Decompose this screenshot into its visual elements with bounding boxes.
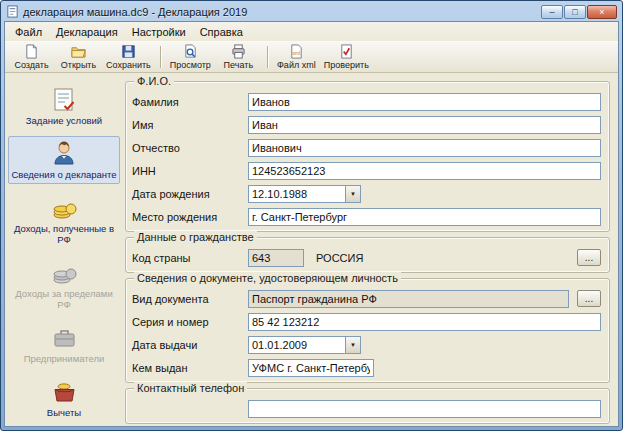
sidebar-item-income-abroad: Доходы за пределами РФ xyxy=(8,255,120,314)
field-label: Имя xyxy=(132,119,248,131)
create-button[interactable]: Создать xyxy=(8,43,55,71)
app-icon xyxy=(6,5,19,18)
form-row: Вид документа ... xyxy=(132,287,603,310)
issue-date-input[interactable] xyxy=(248,336,345,354)
field-label: Серия и номер xyxy=(132,316,248,328)
field-label: Код страны xyxy=(132,252,248,264)
menu-settings[interactable]: Настройки xyxy=(125,24,193,40)
form-area: Ф.И.О. Фамилия Имя Отчество ИНН xyxy=(123,73,618,426)
toolbar-button-label: Открыть xyxy=(61,60,96,70)
close-button[interactable]: × xyxy=(587,5,617,19)
form-row xyxy=(132,397,603,420)
country-browse-button[interactable]: ... xyxy=(577,249,601,266)
firstname-input[interactable] xyxy=(248,116,601,134)
field-label: Фамилия xyxy=(132,96,248,108)
country-code-input xyxy=(248,249,304,267)
form-row: Код страны РОССИЯ ... xyxy=(132,246,603,269)
phone-group: Контактный телефон xyxy=(125,388,610,424)
save-button[interactable]: Сохранить xyxy=(102,43,155,71)
issue-date-combo: ▼ xyxy=(248,336,361,354)
toolbar-button-label: Файл xml xyxy=(277,60,316,70)
field-label: Дата выдачи xyxy=(132,339,248,351)
title-bar[interactable]: декларация машина.dc9 - Декларация 2019 … xyxy=(4,3,619,21)
open-folder-icon xyxy=(71,44,86,59)
surname-input[interactable] xyxy=(248,93,601,111)
birth-place-input[interactable] xyxy=(248,208,601,226)
document-type-input xyxy=(248,290,569,308)
sidebar-item-label: Доходы, полученные в РФ xyxy=(10,223,118,245)
print-button[interactable]: Печать xyxy=(215,43,262,71)
xml-file-icon: xml xyxy=(289,44,304,59)
group-title: Сведения о документе, удостоверяющем лич… xyxy=(134,272,401,284)
app-window: декларация машина.dc9 - Декларация 2019 … xyxy=(0,0,623,431)
toolbar: Создать Открыть Сохранить Просмотр xyxy=(5,41,618,73)
incomes-abroad-icon xyxy=(51,259,78,286)
sidebar-item-deductions[interactable]: Вычеты xyxy=(8,374,120,422)
toolbar-button-label: Проверить xyxy=(324,60,369,70)
window-controls: – □ × xyxy=(541,5,617,19)
preview-icon xyxy=(183,44,198,59)
window-body: Файл Декларация Настройки Справка Создат… xyxy=(4,21,619,427)
declarant-icon xyxy=(51,140,78,167)
field-label: ИНН xyxy=(132,165,248,177)
field-label: Место рождения xyxy=(132,211,248,223)
citizenship-group: Данные о гражданстве Код страны РОССИЯ .… xyxy=(125,237,610,273)
xml-file-button[interactable]: xml Файл xml xyxy=(273,43,320,71)
birth-date-combo: ▼ xyxy=(248,185,361,203)
menu-file[interactable]: Файл xyxy=(8,24,49,40)
toolbar-separator xyxy=(267,46,268,68)
birth-date-input[interactable] xyxy=(248,185,345,203)
field-label: Кем выдан xyxy=(132,362,248,374)
check-button[interactable]: Проверить xyxy=(320,43,373,71)
toolbar-separator xyxy=(160,46,161,68)
sidebar-item-label: Предприниматели xyxy=(24,353,105,364)
form-row: Отчество xyxy=(132,136,603,159)
svg-text:xml: xml xyxy=(292,50,300,56)
menu-declaration[interactable]: Декларация xyxy=(49,24,125,40)
incomes-rf-icon xyxy=(51,194,78,221)
print-icon xyxy=(231,44,246,59)
group-title: Контактный телефон xyxy=(134,382,247,394)
deductions-icon xyxy=(51,378,78,405)
open-button[interactable]: Открыть xyxy=(55,43,102,71)
sidebar: Задание условий Сведения о декларанте До… xyxy=(5,73,123,426)
field-label: Вид документа xyxy=(132,293,248,305)
toolbar-button-label: Просмотр xyxy=(170,60,211,70)
minimize-button[interactable]: – xyxy=(541,5,563,19)
dropdown-arrow-icon[interactable]: ▼ xyxy=(345,336,361,354)
group-title: Данные о гражданстве xyxy=(134,231,257,243)
toolbar-button-label: Печать xyxy=(224,60,253,70)
sidebar-item-entrepreneurs: Предприниматели xyxy=(8,320,120,368)
issued-by-input[interactable] xyxy=(248,359,374,377)
field-label: Отчество xyxy=(132,142,248,154)
sidebar-item-label: Задание условий xyxy=(26,115,102,126)
form-row: Фамилия xyxy=(132,90,603,113)
form-row: Дата выдачи ▼ xyxy=(132,333,603,356)
sidebar-item-declarant[interactable]: Сведения о декларанте xyxy=(8,136,120,184)
form-row: Имя xyxy=(132,113,603,136)
sidebar-item-income-rf[interactable]: Доходы, полученные в РФ xyxy=(8,190,120,249)
inn-input[interactable] xyxy=(248,162,601,180)
entrepreneurs-icon xyxy=(51,324,78,351)
window-title: декларация машина.dc9 - Декларация 2019 xyxy=(23,6,537,18)
sidebar-item-label: Вычеты xyxy=(47,407,81,418)
toolbar-button-label: Сохранить xyxy=(106,60,151,70)
sidebar-item-conditions[interactable]: Задание условий xyxy=(8,82,120,130)
new-document-icon xyxy=(24,44,39,59)
menu-help[interactable]: Справка xyxy=(193,24,250,40)
group-title: Ф.И.О. xyxy=(134,75,174,87)
phone-input[interactable] xyxy=(248,400,601,418)
toolbar-button-label: Создать xyxy=(14,60,48,70)
save-icon xyxy=(121,44,136,59)
form-row: ИНН xyxy=(132,159,603,182)
dropdown-arrow-icon[interactable]: ▼ xyxy=(345,185,361,203)
main-area: Задание условий Сведения о декларанте До… xyxy=(5,73,618,426)
document-browse-button[interactable]: ... xyxy=(577,290,601,307)
maximize-button[interactable]: □ xyxy=(564,5,586,19)
preview-button[interactable]: Просмотр xyxy=(166,43,215,71)
patronymic-input[interactable] xyxy=(248,139,601,157)
form-row: Кем выдан xyxy=(132,356,603,379)
menu-bar: Файл Декларация Настройки Справка xyxy=(5,22,618,41)
conditions-icon xyxy=(51,86,78,113)
series-number-input[interactable] xyxy=(248,313,601,331)
